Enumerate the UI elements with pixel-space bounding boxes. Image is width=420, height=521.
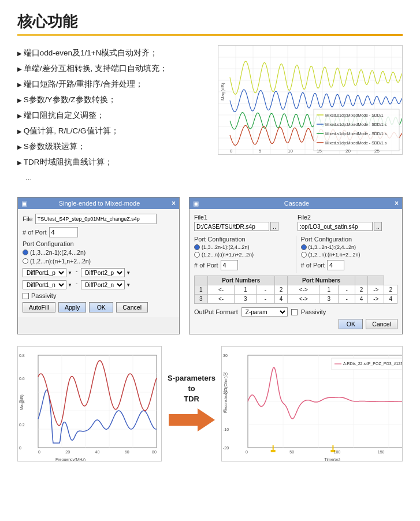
feature-item-1: 端口odd-even及1/1+N模式自动对齐； — [17, 45, 206, 61]
diff2n-select[interactable]: DiffPort2_n — [81, 280, 125, 289]
cascade-close-button[interactable]: × — [395, 199, 399, 207]
table-col-mid-arrow — [274, 276, 288, 285]
table-cell-ld2: - — [256, 295, 274, 304]
file2-input[interactable] — [298, 222, 373, 231]
cascade-title-text: Cascade — [284, 200, 309, 207]
diff2p-item: DiffPort2_p ▼ — [81, 268, 131, 277]
feature-item-7: S参数级联运算； — [17, 139, 206, 154]
table-cell-ma2: <-> — [288, 295, 319, 304]
table-cell-la1: <- — [207, 285, 235, 295]
table-cell-ra1: -> — [368, 285, 384, 295]
radio-1-label: (1,3...2n-1):(2,4...2n) — [30, 249, 86, 256]
ok-button[interactable]: OK — [89, 302, 113, 312]
apply-button[interactable]: Apply — [58, 302, 86, 312]
cancel-button[interactable]: Cancel — [116, 302, 148, 312]
file-row: File — [23, 214, 174, 224]
single-ended-dialog: ▣ Single-ended to Mixed-mode × File # of… — [17, 197, 180, 334]
dropdown-row-1: DiffPort1_p ▼ - DiffPort2_p ▼ — [23, 268, 174, 277]
cascade-passivity-checkbox[interactable] — [291, 309, 298, 315]
left-radio-1-btn[interactable] — [194, 244, 200, 250]
file2-browse-button[interactable]: .. — [374, 222, 382, 231]
cascade-ok-button[interactable]: OK — [339, 319, 363, 329]
port-input[interactable] — [49, 227, 78, 237]
output-format-label: OutPut Formart — [194, 308, 238, 315]
right-arrow-icon — [169, 405, 215, 434]
feature-item-4: S参数/Y参数/Z参数转换； — [17, 92, 206, 107]
file1-input[interactable] — [194, 222, 269, 231]
file1-group: File1 .. — [194, 214, 294, 231]
right-port-config-title: Port Configuration — [301, 236, 398, 243]
table-cell-lt1: 2 — [274, 285, 288, 295]
port-table: Port Numbers Port Numbers 1 <- 1 - 2 — [194, 276, 397, 304]
single-ended-buttons: AutoFill Apply OK Cancel — [23, 302, 174, 312]
table-cell-ra2: -> — [368, 295, 384, 304]
right-radio-1: (1,3...2n-1):(2,4...2n) — [301, 244, 398, 250]
cascade-cancel-button[interactable]: Cancel — [366, 319, 397, 329]
port-config-title: Port Configuration — [23, 240, 174, 247]
right-port-input[interactable] — [327, 260, 344, 270]
cascade-buttons: OK Cancel — [194, 319, 397, 329]
table-cell-lf2: 3 — [235, 295, 257, 304]
cascade-dialog: ▣ Cascade × File1 .. File2 .. — [189, 197, 403, 334]
right-port-row: # of Port — [301, 260, 398, 270]
left-port-input[interactable] — [221, 260, 238, 270]
right-radio-1-btn[interactable] — [301, 244, 307, 250]
diff1n-select[interactable]: DiffPort1_n — [23, 280, 66, 289]
top-chart — [218, 45, 403, 155]
feature-item-ellipsis: ... — [17, 170, 206, 185]
passivity-checkbox[interactable] — [23, 293, 29, 299]
table-cell-rt1: 2 — [355, 285, 368, 295]
diff2n-arrow: ▼ — [126, 282, 131, 288]
table-col-right-arrow — [355, 276, 368, 285]
right-radio-2-btn[interactable] — [301, 252, 307, 258]
arrow-block: S-parameters to TDR — [168, 373, 215, 435]
diff1n-item: DiffPort1_n ▼ — [23, 280, 72, 289]
table-row: 3 <- 3 - 4 <-> 3 - 4 -> 4 — [195, 295, 397, 304]
feature-list: 端口odd-even及1/1+N模式自动对齐； 单端/差分互相转换, 支持端口自… — [17, 45, 206, 185]
diff1p-arrow: ▼ — [68, 270, 72, 276]
left-port-label: # of Port — [194, 262, 218, 269]
left-radio-1-label: (1,3...2n-1):(2,4...2n) — [202, 244, 250, 250]
feature-item-6: Q值计算, R/L/C/G值计算； — [17, 123, 206, 139]
minus-1: - — [76, 268, 77, 277]
single-ended-titlebar: ▣ Single-ended to Mixed-mode × — [18, 198, 179, 209]
radio-2-label: (1,2...n):(n+1,n+2...2n) — [30, 258, 91, 265]
port-row: # of Port — [23, 227, 174, 237]
bottom-right-chart — [221, 346, 403, 462]
page-title: 核心功能 — [17, 12, 403, 32]
file-input[interactable] — [35, 214, 157, 224]
dialogs-section: ▣ Single-ended to Mixed-mode × File # of… — [17, 197, 403, 334]
diff2p-arrow: ▼ — [126, 270, 131, 276]
single-ended-close-button[interactable]: × — [172, 199, 176, 207]
feature-item-2: 单端/差分互相转换, 支持端口自动填充； — [17, 61, 206, 76]
cascade-divider — [296, 236, 296, 273]
radio-row-1: (1,3...2n-1):(2,4...2n) — [23, 249, 174, 256]
svg-marker-0 — [169, 408, 215, 431]
autofill-button[interactable]: AutoFill — [23, 302, 55, 312]
table-col-port-numbers-right: Port Numbers — [288, 276, 355, 285]
left-port-row: # of Port — [194, 260, 291, 270]
feature-item-5: 端口阻抗自定义调整； — [17, 107, 206, 123]
radio-2[interactable] — [23, 258, 28, 264]
cascade-content: File1 .. File2 .. P — [189, 209, 402, 334]
passivity-label: Passivity — [31, 292, 56, 299]
diff2n-item: DiffPort2_n ▼ — [81, 280, 131, 289]
file1-browse-button[interactable]: .. — [270, 222, 278, 231]
cascade-titlebar: ▣ Cascade × — [189, 198, 402, 209]
diff2p-select[interactable]: DiffPort2_p — [81, 268, 125, 277]
table-cell-row2: 3 — [195, 295, 208, 304]
right-radio-2: (1,2...n):(n+1,n+2...2n) — [301, 252, 398, 258]
arrow-text: S-parameters to TDR — [168, 373, 215, 405]
diff1p-select[interactable]: DiffPort1_p — [23, 268, 66, 277]
output-format-select[interactable]: Z-param — [241, 307, 288, 317]
feature-section: 端口odd-even及1/1+N模式自动对齐； 单端/差分互相转换, 支持端口自… — [17, 45, 403, 185]
left-port-config-title: Port Configuration — [194, 236, 291, 243]
left-radio-2-btn[interactable] — [194, 252, 200, 258]
single-ended-title-icon: ▣ — [21, 200, 27, 207]
table-cell-ma1: <-> — [288, 285, 319, 295]
radio-1[interactable] — [23, 250, 28, 255]
table-row: 1 <- 1 - 2 <-> 1 - 2 -> 2 — [195, 285, 397, 295]
table-cell-row1: 1 — [195, 285, 208, 295]
dropdown-section: DiffPort1_p ▼ - DiffPort2_p ▼ — [23, 268, 174, 289]
diff1p-item: DiffPort1_p ▼ — [23, 268, 72, 277]
